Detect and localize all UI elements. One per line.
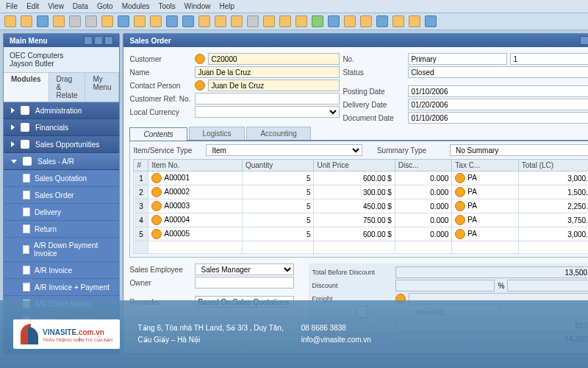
ref-input[interactable] bbox=[195, 93, 340, 105]
tab-my-menu[interactable]: My Menu bbox=[85, 73, 119, 102]
link-arrow-icon[interactable] bbox=[455, 173, 465, 183]
name-input[interactable] bbox=[195, 66, 340, 78]
menu-goto[interactable]: Goto bbox=[97, 2, 113, 10]
toolbar-icon[interactable] bbox=[134, 15, 146, 27]
close-icon[interactable] bbox=[104, 36, 113, 45]
link-arrow-icon[interactable] bbox=[455, 187, 465, 197]
link-arrow-icon[interactable] bbox=[455, 229, 465, 239]
toolbar-icon[interactable] bbox=[328, 15, 340, 27]
minimize-icon[interactable] bbox=[84, 36, 93, 45]
menu-modules[interactable]: Modules bbox=[122, 2, 150, 10]
tab-accounting[interactable]: Accounting bbox=[246, 127, 310, 140]
toolbar-icon[interactable] bbox=[231, 15, 243, 27]
nav-item[interactable]: Return bbox=[4, 221, 119, 238]
nav-group-sales-ar[interactable]: Sales - A/R bbox=[4, 153, 119, 170]
currency-select[interactable] bbox=[195, 106, 340, 118]
nav-group-administration[interactable]: Administration bbox=[4, 102, 119, 119]
no-input[interactable] bbox=[510, 53, 588, 65]
toolbar-icon[interactable] bbox=[295, 15, 307, 27]
contact-input[interactable] bbox=[208, 79, 340, 91]
summary-select[interactable]: No Summary bbox=[450, 144, 588, 156]
link-arrow-icon[interactable] bbox=[151, 229, 162, 239]
nav-item[interactable]: Delivery bbox=[4, 204, 119, 221]
toolbar-icon[interactable] bbox=[344, 15, 356, 27]
menu-view[interactable]: View bbox=[48, 2, 64, 10]
table-row[interactable]: 5A000055600.00 $0.000PA3,000.00 $ bbox=[134, 227, 588, 241]
item-type-select[interactable]: Item bbox=[206, 144, 362, 156]
no-type-input[interactable] bbox=[408, 53, 507, 65]
toolbar-icon[interactable] bbox=[376, 15, 388, 27]
menu-edit[interactable]: Edit bbox=[26, 2, 39, 10]
toolbar-icon[interactable] bbox=[21, 15, 32, 27]
nav-item[interactable]: Sales Order bbox=[4, 187, 119, 204]
grid-header[interactable]: Unit Price bbox=[314, 160, 395, 171]
link-arrow-icon[interactable] bbox=[195, 80, 205, 91]
items-grid[interactable]: #Item No.QuantityUnit PriceDisc...Tax C.… bbox=[133, 159, 588, 254]
grid-header[interactable]: # bbox=[134, 160, 148, 171]
toolbar-icon[interactable] bbox=[392, 15, 404, 27]
nav-item[interactable]: A/R Invoice bbox=[4, 262, 119, 279]
link-arrow-icon[interactable] bbox=[151, 173, 162, 183]
table-row[interactable]: 3A000035450.00 $0.000PA2,250.00 $ bbox=[134, 199, 588, 213]
link-arrow-icon[interactable] bbox=[455, 215, 465, 225]
discount-amt[interactable] bbox=[507, 280, 588, 291]
minimize-icon[interactable] bbox=[580, 36, 588, 45]
toolbar-icon[interactable] bbox=[263, 15, 275, 27]
table-row-empty[interactable] bbox=[134, 241, 588, 254]
nav-item[interactable]: A/R Down Payment Invoice bbox=[4, 238, 119, 262]
toolbar-icon[interactable] bbox=[182, 15, 194, 27]
docdate-input[interactable] bbox=[408, 112, 588, 124]
table-row[interactable]: 1A000015600.00 $0.000PA3,000.00 $ bbox=[134, 171, 588, 185]
link-arrow-icon[interactable] bbox=[455, 201, 465, 211]
grid-header[interactable]: Disc... bbox=[395, 160, 452, 171]
nav-group-financials[interactable]: Financials bbox=[4, 119, 119, 136]
delivery-input[interactable] bbox=[408, 99, 588, 110]
grid-header[interactable]: Tax C... bbox=[452, 160, 518, 171]
discount-pct[interactable] bbox=[395, 280, 495, 291]
menu-tools[interactable]: Tools bbox=[158, 2, 175, 10]
toolbar-icon[interactable] bbox=[150, 15, 162, 27]
toolbar-icon[interactable] bbox=[166, 15, 178, 27]
toolbar-icon[interactable] bbox=[247, 15, 259, 27]
toolbar-icon[interactable] bbox=[101, 15, 113, 27]
menu-help[interactable]: Help bbox=[219, 2, 234, 10]
grid-header[interactable]: Total (LC) bbox=[518, 160, 588, 171]
sales-emp-select[interactable]: Sales Manager bbox=[195, 263, 294, 275]
toolbar-icon[interactable] bbox=[85, 15, 97, 27]
owner-input[interactable] bbox=[195, 277, 294, 289]
link-arrow-icon[interactable] bbox=[151, 187, 162, 197]
toolbar-icon[interactable] bbox=[4, 15, 16, 27]
menu-data[interactable]: Data bbox=[73, 2, 88, 10]
toolbar-icon[interactable] bbox=[118, 15, 129, 27]
table-row[interactable]: 4A000045750.00 $0.000PA3,750.00 $ bbox=[134, 213, 588, 227]
toolbar-icon[interactable] bbox=[360, 15, 372, 27]
status-input[interactable] bbox=[408, 66, 588, 78]
toolbar-icon[interactable] bbox=[215, 15, 226, 27]
nav-group-sales-opportunities[interactable]: Sales Opportunities bbox=[4, 136, 119, 153]
nav-item[interactable]: A/R Invoice + Payment bbox=[4, 279, 119, 296]
menu-file[interactable]: File bbox=[6, 2, 18, 10]
tab-contents[interactable]: Contents bbox=[129, 127, 187, 141]
menu-window[interactable]: Window bbox=[184, 2, 211, 10]
toolbar-icon[interactable] bbox=[198, 15, 210, 27]
customer-input[interactable] bbox=[208, 53, 340, 65]
posting-input[interactable] bbox=[408, 85, 588, 97]
tab-logistics[interactable]: Logistics bbox=[189, 127, 245, 140]
link-arrow-icon[interactable] bbox=[151, 201, 162, 211]
nav-item[interactable]: Sales Quotation bbox=[4, 170, 119, 187]
toolbar-icon[interactable] bbox=[279, 15, 291, 27]
link-arrow-icon[interactable] bbox=[195, 54, 205, 64]
grid-header[interactable]: Item No. bbox=[148, 160, 242, 171]
toolbar-icon[interactable] bbox=[37, 15, 49, 27]
tab-modules[interactable]: Modules bbox=[4, 73, 49, 102]
toolbar-icon[interactable] bbox=[312, 15, 323, 27]
maximize-icon[interactable] bbox=[94, 36, 103, 45]
grid-header[interactable]: Quantity bbox=[242, 160, 313, 171]
toolbar-icon[interactable] bbox=[409, 15, 420, 27]
link-arrow-icon[interactable] bbox=[151, 215, 162, 225]
toolbar-icon[interactable] bbox=[53, 15, 65, 27]
toolbar-icon[interactable] bbox=[69, 15, 81, 27]
tab-drag-relate[interactable]: Drag & Relate bbox=[49, 73, 86, 102]
table-row[interactable]: 2A000025300.00 $0.000PA1,500.00 $ bbox=[134, 185, 588, 199]
toolbar-icon[interactable] bbox=[425, 15, 437, 27]
